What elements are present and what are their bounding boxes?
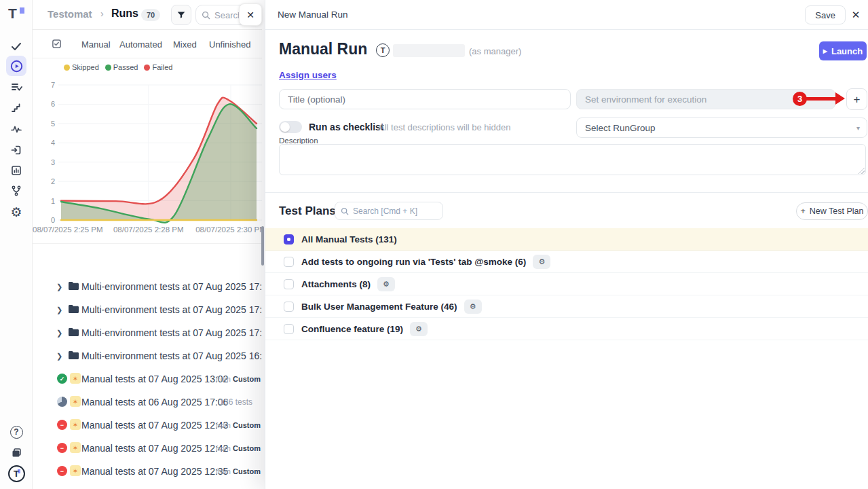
breadcrumb-section[interactable]: Runs bbox=[111, 7, 138, 20]
folder-icon bbox=[68, 281, 79, 291]
runs-list: ❯ Multi-environment tests at 07 Aug 2025… bbox=[33, 275, 262, 483]
list-item-run[interactable]: ✶ Manual tests at 06 Aug 2025 17:06 136 … bbox=[33, 391, 262, 414]
test-plans-search bbox=[335, 202, 443, 220]
run-as-checklist-toggle[interactable] bbox=[279, 121, 302, 133]
panel-title: New Manual Run bbox=[278, 10, 348, 20]
folder-icon bbox=[68, 350, 79, 360]
sidebar-item-tests[interactable] bbox=[6, 36, 26, 56]
legend-label: Skipped bbox=[72, 63, 99, 71]
logo-letter: T bbox=[8, 5, 17, 21]
chart-legend: Skipped Passed Failed bbox=[64, 63, 172, 71]
manual-run-icon: ✶ bbox=[70, 442, 81, 453]
textarea-resize-handle[interactable] bbox=[858, 168, 865, 174]
breadcrumb-separator: › bbox=[100, 8, 104, 19]
test-plan-row[interactable]: Attachments (8) ⚙ bbox=[265, 273, 868, 295]
manager-note: (as manager) bbox=[469, 46, 521, 56]
sidebar-item-test-plans[interactable] bbox=[6, 77, 26, 97]
legend-label: Failed bbox=[152, 63, 172, 71]
checkbox-unchecked[interactable] bbox=[284, 302, 294, 312]
chevron-right-icon[interactable]: ❯ bbox=[56, 283, 62, 291]
rungroup-select[interactable]: Select RunGroup ▾ bbox=[576, 117, 867, 138]
folder-icon bbox=[68, 327, 79, 337]
app-logo[interactable]: T bbox=[8, 5, 26, 24]
sidebar-item-runs[interactable] bbox=[6, 56, 26, 76]
list-item-folder[interactable]: ❯ Multi-environment tests at 07 Aug 2025… bbox=[33, 321, 262, 344]
status-failed-icon: − bbox=[57, 443, 67, 453]
chevron-right-icon[interactable]: ❯ bbox=[56, 329, 62, 338]
skipped-dot-icon bbox=[64, 65, 70, 71]
chevron-right-icon[interactable]: ❯ bbox=[56, 306, 62, 314]
sidebar-item-analytics[interactable] bbox=[6, 119, 26, 139]
plus-icon: + bbox=[854, 93, 861, 106]
test-plan-row[interactable]: Bulk User Management Feature (46) ⚙ bbox=[265, 295, 868, 318]
filter-button[interactable] bbox=[171, 5, 191, 25]
checkbox-unchecked[interactable] bbox=[284, 257, 294, 267]
tab-unfinished[interactable]: Unfinished bbox=[209, 30, 250, 58]
close-panel-button[interactable]: ✕ bbox=[239, 3, 262, 26]
save-button[interactable]: Save bbox=[805, 5, 846, 24]
runs-count-badge: 70 bbox=[141, 9, 160, 21]
launch-button[interactable]: ▶ Launch bbox=[819, 41, 867, 60]
runs-chart-svg: 0123456708/07/2025 2:25 PM08/07/2025 2:2… bbox=[33, 73, 262, 239]
run-label: Manual tests at 06 Aug 2025 17:06 bbox=[81, 397, 228, 408]
run-label: Multi-environment tests at 07 Aug 2025 1… bbox=[81, 350, 262, 361]
list-item-run[interactable]: ✓ ✶ Manual tests at 07 Aug 2025 13:02 fr… bbox=[33, 367, 262, 391]
checkbox-checked[interactable] bbox=[284, 234, 294, 244]
breadcrumb-project[interactable]: Testomat bbox=[48, 8, 92, 20]
profile-button[interactable]: T bbox=[6, 463, 26, 484]
test-plan-row[interactable]: All Manual Tests (131) bbox=[265, 228, 868, 251]
list-check-icon bbox=[10, 81, 22, 93]
status-passed-icon: ✓ bbox=[57, 374, 67, 384]
run-label: Manual tests at 07 Aug 2025 13:02 bbox=[81, 374, 228, 384]
sidebar-item-steps[interactable] bbox=[6, 98, 26, 118]
select-all-icon[interactable] bbox=[52, 39, 62, 52]
run-label: Manual tests at 07 Aug 2025 12:35 bbox=[81, 466, 228, 477]
panel-header: New Manual Run Save ✕ bbox=[265, 0, 868, 30]
add-environment-button[interactable]: + bbox=[846, 88, 867, 110]
sidebar-item-branches[interactable] bbox=[6, 181, 26, 201]
list-item-run[interactable]: − ✶ Manual tests at 07 Aug 2025 12:42 fr… bbox=[33, 437, 262, 460]
run-label: Multi-environment tests at 07 Aug 2025 1… bbox=[81, 281, 262, 292]
tab-manual[interactable]: Manual bbox=[81, 30, 111, 58]
run-meta: from Custom bbox=[216, 444, 261, 452]
run-title-input[interactable] bbox=[279, 89, 571, 109]
help-button[interactable]: ? bbox=[6, 422, 26, 442]
test-plan-row[interactable]: Add tests to ongoing run via 'Tests' tab… bbox=[265, 251, 868, 273]
new-test-plan-button[interactable]: + New Test Plan bbox=[796, 202, 868, 220]
run-label: Manual tests at 07 Aug 2025 12:42 bbox=[81, 443, 228, 454]
plan-settings-button[interactable]: ⚙ bbox=[410, 322, 428, 336]
panel-close-button[interactable]: ✕ bbox=[848, 7, 863, 22]
redacted-user-name bbox=[393, 44, 465, 57]
list-item-run[interactable]: − ✶ Manual tests at 07 Aug 2025 12:35 fr… bbox=[33, 460, 262, 483]
test-plan-label: Attachments (8) bbox=[301, 279, 371, 289]
checkbox-unchecked[interactable] bbox=[284, 324, 294, 334]
profile-logo-letter: T bbox=[14, 469, 19, 479]
plan-settings-button[interactable]: ⚙ bbox=[377, 277, 395, 291]
list-item-folder[interactable]: ❯ Multi-environment tests at 07 Aug 2025… bbox=[33, 275, 262, 298]
sidebar-item-import[interactable] bbox=[6, 140, 26, 160]
sidebar-item-reports[interactable] bbox=[6, 160, 26, 181]
assign-users-link[interactable]: Assign users bbox=[279, 70, 337, 80]
test-plans-search-input[interactable] bbox=[353, 206, 433, 216]
description-textarea[interactable] bbox=[279, 144, 866, 175]
checkbox-unchecked[interactable] bbox=[284, 279, 294, 289]
svg-text:2: 2 bbox=[51, 177, 55, 185]
toggle-knob bbox=[280, 122, 290, 132]
legend-item-failed: Failed bbox=[144, 63, 172, 71]
tab-mixed[interactable]: Mixed bbox=[173, 30, 197, 58]
test-plan-row[interactable]: Confluence feature (19) ⚙ bbox=[265, 318, 868, 340]
list-item-folder[interactable]: ❯ Multi-environment tests at 07 Aug 2025… bbox=[33, 298, 262, 321]
run-meta: from Custom bbox=[216, 467, 261, 475]
plan-settings-button[interactable]: ⚙ bbox=[464, 300, 482, 314]
sidebar-item-settings[interactable]: ⚙ bbox=[6, 202, 26, 222]
new-manual-run-panel: New Manual Run Save ✕ Manual Run T (as m… bbox=[265, 0, 868, 489]
list-item-run[interactable]: − ✶ Manual tests at 07 Aug 2025 12:43 fr… bbox=[33, 414, 262, 437]
scrollbar-thumb[interactable] bbox=[261, 226, 264, 266]
tab-automated[interactable]: Automated bbox=[119, 30, 162, 58]
chevron-right-icon[interactable]: ❯ bbox=[56, 352, 62, 361]
list-item-folder[interactable]: ❯ Multi-environment tests at 07 Aug 2025… bbox=[33, 344, 262, 367]
docs-button[interactable] bbox=[6, 442, 26, 463]
meta-prefix: from bbox=[216, 444, 231, 452]
plan-settings-button[interactable]: ⚙ bbox=[533, 255, 550, 269]
passed-dot-icon bbox=[105, 65, 111, 71]
